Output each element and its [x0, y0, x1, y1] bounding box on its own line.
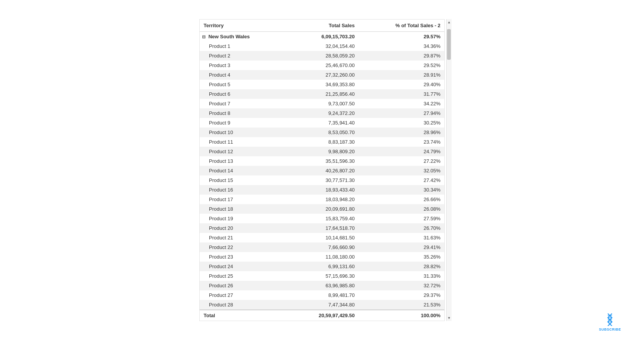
product-pct-cell: 27.22% — [358, 156, 444, 166]
col-territory: Territory — [200, 20, 288, 32]
product-pct-cell: 34.36% — [358, 41, 444, 51]
product-sales-cell: 9,24,372.20 — [288, 108, 359, 118]
product-sales-cell: 7,35,941.40 — [288, 118, 359, 128]
product-name-cell: Product 19 — [200, 214, 288, 223]
product-pct-cell: 32.05% — [358, 166, 444, 175]
product-sales-cell: 9,98,809.20 — [288, 147, 359, 156]
group-pct-cell: 29.57% — [358, 32, 444, 42]
product-pct-cell: 26.66% — [358, 195, 444, 204]
product-sales-cell: 18,93,433.40 — [288, 185, 359, 195]
scroll-up-button[interactable]: ▲ — [447, 19, 452, 25]
product-sales-cell: 9,73,007.50 — [288, 99, 359, 108]
product-row: Product 132,04,154.4034.36% — [200, 41, 444, 51]
product-row: Product 325,46,670.0029.52% — [200, 61, 444, 70]
group-name: New South Wales — [209, 34, 250, 39]
product-sales-cell: 30,77,571.30 — [288, 175, 359, 185]
product-pct-cell: 26.08% — [358, 204, 444, 214]
product-name-cell: Product 3 — [200, 61, 288, 70]
product-name-cell: Product 16 — [200, 185, 288, 195]
product-pct-cell: 29.37% — [358, 290, 444, 300]
product-row: Product 2557,15,696.3031.33% — [200, 271, 444, 281]
product-name-cell: Product 21 — [200, 233, 288, 242]
collapse-icon[interactable]: ⊟ — [202, 34, 205, 39]
product-pct-cell: 31.63% — [358, 233, 444, 242]
product-sales-cell: 27,32,260.00 — [288, 70, 359, 80]
product-name-cell: Product 25 — [200, 271, 288, 281]
product-sales-cell: 63,96,985.80 — [288, 281, 359, 290]
product-row: Product 2110,14,681.5031.63% — [200, 233, 444, 242]
product-row: Product 1335,51,596.3027.22% — [200, 156, 444, 166]
product-row: Product 1718,03,948.2026.66% — [200, 195, 444, 204]
product-sales-cell: 10,14,681.50 — [288, 233, 359, 242]
scroll-down-button[interactable]: ▼ — [447, 315, 452, 321]
product-pct-cell: 28.82% — [358, 262, 444, 271]
product-sales-cell: 35,51,596.30 — [288, 156, 359, 166]
total-label-cell: Total — [200, 310, 288, 321]
product-name-cell: Product 10 — [200, 128, 288, 137]
product-name-cell: Product 6 — [200, 89, 288, 99]
product-name-cell: Product 24 — [200, 262, 288, 271]
scrollbar[interactable]: ▲ ▼ — [446, 19, 452, 321]
group-sales-cell: 6,09,15,703.20 — [288, 32, 359, 42]
product-pct-cell: 31.77% — [358, 89, 444, 99]
product-pct-cell: 34.22% — [358, 99, 444, 108]
group-row-nsw[interactable]: ⊟ New South Wales 6,09,15,703.20 29.57% — [200, 32, 444, 42]
total-row: Total20,59,97,429.50100.00% — [200, 310, 444, 321]
page-container: Territory Total Sales % of Total Sales -… — [0, 0, 644, 362]
product-row: Product 1530,77,571.3027.42% — [200, 175, 444, 185]
product-name-cell: Product 20 — [200, 223, 288, 233]
dna-icon — [603, 312, 617, 326]
product-row: Product 2311,08,180.0035.26% — [200, 252, 444, 262]
product-pct-cell: 28.91% — [358, 70, 444, 80]
product-row: Product 246,99,131.6028.82% — [200, 262, 444, 271]
product-sales-cell: 18,03,948.20 — [288, 195, 359, 204]
product-name-cell: Product 1 — [200, 41, 288, 51]
subscribe-badge[interactable]: SUBSCRIBE — [599, 312, 621, 331]
subscribe-label: SUBSCRIBE — [599, 328, 621, 331]
product-pct-cell: 27.59% — [358, 214, 444, 223]
product-row: Product 227,66,660.9029.41% — [200, 242, 444, 252]
product-pct-cell: 23.74% — [358, 137, 444, 147]
product-pct-cell: 28.96% — [358, 128, 444, 137]
product-row: Product 79,73,007.5034.22% — [200, 99, 444, 108]
product-row: Product 118,83,187.3023.74% — [200, 137, 444, 147]
product-sales-cell: 6,99,131.60 — [288, 262, 359, 271]
product-row: Product 278,99,481.7029.37% — [200, 290, 444, 300]
product-sales-cell: 17,64,518.70 — [288, 223, 359, 233]
group-name-cell: ⊟ New South Wales — [200, 32, 288, 42]
product-name-cell: Product 7 — [200, 99, 288, 108]
product-sales-cell: 7,47,344.80 — [288, 300, 359, 310]
product-sales-cell: 25,46,670.00 — [288, 61, 359, 70]
product-sales-cell: 7,66,660.90 — [288, 242, 359, 252]
product-sales-cell: 40,26,807.20 — [288, 166, 359, 175]
product-pct-cell: 21.53% — [358, 300, 444, 310]
product-sales-cell: 32,04,154.40 — [288, 41, 359, 51]
product-row: Product 1618,93,433.4030.34% — [200, 185, 444, 195]
table-wrapper: Territory Total Sales % of Total Sales -… — [199, 19, 445, 321]
product-sales-cell: 15,83,759.40 — [288, 214, 359, 223]
product-row: Product 621,25,856.4031.77% — [200, 89, 444, 99]
data-table: Territory Total Sales % of Total Sales -… — [200, 20, 444, 321]
scrollbar-track[interactable] — [447, 25, 452, 315]
product-row: Product 89,24,372.2027.94% — [200, 108, 444, 118]
product-row: Product 427,32,260.0028.91% — [200, 70, 444, 80]
product-sales-cell: 21,25,856.40 — [288, 89, 359, 99]
product-name-cell: Product 18 — [200, 204, 288, 214]
product-name-cell: Product 28 — [200, 300, 288, 310]
product-row: Product 534,69,353.8029.40% — [200, 80, 444, 89]
product-pct-cell: 31.33% — [358, 271, 444, 281]
product-row: Product 1820,09,691.8026.08% — [200, 204, 444, 214]
total-pct-cell: 100.00% — [358, 310, 444, 321]
product-name-cell: Product 8 — [200, 108, 288, 118]
product-row: Product 1915,83,759.4027.59% — [200, 214, 444, 223]
col-total-sales: Total Sales — [288, 20, 359, 32]
scrollbar-thumb[interactable] — [447, 29, 451, 60]
product-pct-cell: 26.70% — [358, 223, 444, 233]
product-sales-cell: 8,99,481.70 — [288, 290, 359, 300]
product-name-cell: Product 13 — [200, 156, 288, 166]
product-pct-cell: 27.42% — [358, 175, 444, 185]
product-pct-cell: 35.26% — [358, 252, 444, 262]
product-name-cell: Product 17 — [200, 195, 288, 204]
product-pct-cell: 29.40% — [358, 80, 444, 89]
product-name-cell: Product 11 — [200, 137, 288, 147]
